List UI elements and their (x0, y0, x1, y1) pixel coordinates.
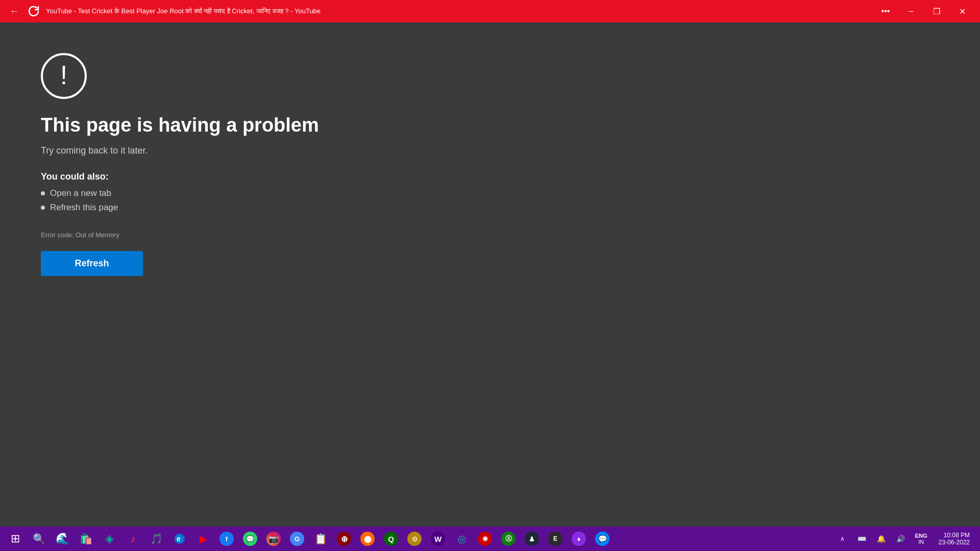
taskbar-icon-misc9[interactable]: ♦ (568, 528, 590, 550)
maximize-icon: ❐ (933, 7, 940, 16)
titlebar: ← YouTube - Test Cricket के Best Player … (0, 0, 980, 22)
taskbar-icon-spotify[interactable]: 🎵 (145, 528, 167, 550)
list-item: Refresh this page (41, 203, 939, 213)
taskbar-icon-misc3[interactable]: ⬤ (356, 528, 379, 550)
taskbar-icon-epic[interactable]: E (544, 528, 567, 550)
facebook-icon: f (219, 532, 234, 546)
keyboard-icon-button[interactable]: ⌨️ (853, 528, 871, 550)
bullet-icon (41, 191, 45, 195)
suggestions-list: Open a new tab Refresh this page (41, 188, 939, 217)
language-button[interactable]: ENG IN (911, 528, 932, 550)
misc2-icon: ⊕ (337, 532, 351, 546)
system-chevron-button[interactable]: ∧ (834, 528, 852, 550)
close-button[interactable]: ✕ (950, 0, 974, 22)
taskbar-icon-instagram[interactable]: 📷 (262, 528, 285, 550)
misc3-icon: ⬤ (360, 532, 375, 546)
time-display: 10:08 PM (944, 532, 970, 539)
maximize-button[interactable]: ❐ (925, 0, 948, 22)
itunes-icon: ♪ (130, 533, 135, 545)
date-display: 23-06-2022 (939, 539, 970, 546)
taskbar-icon-misc1[interactable]: 📋 (309, 528, 332, 550)
minimize-icon: – (909, 7, 914, 16)
minimize-button[interactable]: – (899, 0, 923, 22)
svg-text:e: e (177, 535, 181, 543)
xbox-icon: Ⓧ (501, 532, 516, 546)
taskbar-icon-misc7[interactable]: ◎ (450, 528, 473, 550)
messenger-icon: 💬 (595, 532, 609, 546)
taskbar-icon-itunes[interactable]: ♪ (121, 528, 144, 550)
clock-button[interactable]: 10:08 PM 23-06-2022 (933, 528, 976, 550)
notification-bell-button[interactable]: 🔔 (872, 528, 891, 550)
taskbar-icon-youtube[interactable]: ▶ (192, 528, 214, 550)
back-button[interactable]: ← (6, 3, 22, 19)
refresh-button[interactable]: Refresh (41, 251, 143, 276)
more-options-button[interactable]: ••• (874, 0, 897, 22)
error-page: ! This page is having a problem Try comi… (0, 22, 980, 527)
misc7-icon: ◎ (457, 533, 466, 545)
edge-blue-icon: 🌊 (56, 532, 69, 545)
volume-icon: 🔊 (896, 535, 905, 543)
taskbar-icon-whatsapp[interactable]: 💬 (239, 528, 261, 550)
taskbar-icon-xbox[interactable]: Ⓧ (497, 528, 520, 550)
taskbar-icon-messenger[interactable]: 💬 (591, 528, 614, 550)
error-code: Error code: Out of Memory (41, 231, 939, 239)
taskbar-icon-misc6[interactable]: W (427, 528, 449, 550)
taskbar-app-icons: 🌊 🛍️ ◈ ♪ 🎵 e ▶ f 💬 (51, 528, 614, 550)
error-title: This page is having a problem (41, 114, 939, 136)
misc6-icon: W (431, 532, 445, 546)
whatsapp-icon: 💬 (243, 532, 257, 546)
taskbar-icon-misc2[interactable]: ⊕ (333, 528, 355, 550)
taskbar-start-button[interactable]: ⊞ (4, 528, 27, 550)
taskbar-system-tray: ∧ ⌨️ 🔔 🔊 ENG IN 10:08 PM 23-06-2022 (834, 528, 976, 550)
window-controls: ••• – ❐ ✕ (874, 0, 974, 22)
instagram-icon: 📷 (266, 532, 281, 546)
google-icon: G (290, 532, 304, 546)
taskbar-icon-facebook[interactable]: f (215, 528, 238, 550)
lang-line2: IN (918, 539, 924, 545)
taskbar: ⊞ 🔍 🌊 🛍️ ◈ ♪ 🎵 e ▶ (0, 527, 980, 551)
store-icon: 🛍️ (80, 533, 92, 545)
tab-title: YouTube - Test Cricket के Best Player Jo… (46, 7, 874, 15)
epic-icon: E (548, 532, 562, 546)
search-icon: 🔍 (33, 533, 45, 545)
back-icon: ← (10, 6, 19, 17)
misc4-icon: Q (384, 532, 398, 546)
bell-icon: 🔔 (877, 535, 886, 543)
taskbar-icon-misc8[interactable]: ❋ (474, 528, 496, 550)
taskbar-icon-misc5[interactable]: ⊙ (403, 528, 426, 550)
loading-icon (27, 4, 41, 18)
taskbar-search-button[interactable]: 🔍 (28, 528, 50, 550)
edge-icon: e (174, 533, 186, 545)
lang-line1: ENG (915, 533, 927, 539)
keyboard-icon: ⌨️ (857, 535, 866, 543)
taskbar-icon-edge-green[interactable]: ◈ (98, 528, 120, 550)
taskbar-icon-edge-blue[interactable]: 🌊 (51, 528, 74, 550)
taskbar-icon-edge[interactable]: e (168, 528, 191, 550)
you-could-also-label: You could also: (41, 171, 939, 182)
steam-icon: ♟ (525, 532, 539, 546)
misc5-icon: ⊙ (407, 532, 422, 546)
exclamation-icon: ! (60, 62, 67, 88)
bullet-icon (41, 206, 45, 210)
misc1-icon: 📋 (314, 533, 327, 545)
chevron-up-icon: ∧ (840, 535, 845, 542)
misc8-icon: ❋ (478, 532, 492, 546)
youtube-icon: ▶ (200, 533, 207, 545)
taskbar-icon-google[interactable]: G (286, 528, 308, 550)
edge-green-icon: ◈ (105, 532, 114, 545)
dots-icon: ••• (881, 7, 890, 16)
taskbar-icon-misc4[interactable]: Q (380, 528, 402, 550)
list-item: Open a new tab (41, 188, 939, 198)
taskbar-icon-store[interactable]: 🛍️ (75, 528, 97, 550)
misc9-icon: ♦ (572, 532, 586, 546)
close-icon: ✕ (959, 7, 966, 16)
suggestion-open-tab: Open a new tab (50, 188, 111, 198)
taskbar-icon-steam[interactable]: ♟ (521, 528, 543, 550)
suggestion-refresh: Refresh this page (50, 203, 118, 213)
windows-icon: ⊞ (11, 532, 20, 545)
spotify-icon: 🎵 (150, 533, 163, 545)
volume-button[interactable]: 🔊 (892, 528, 910, 550)
error-icon-circle: ! (41, 53, 87, 99)
error-subtitle: Try coming back to it later. (41, 145, 939, 156)
